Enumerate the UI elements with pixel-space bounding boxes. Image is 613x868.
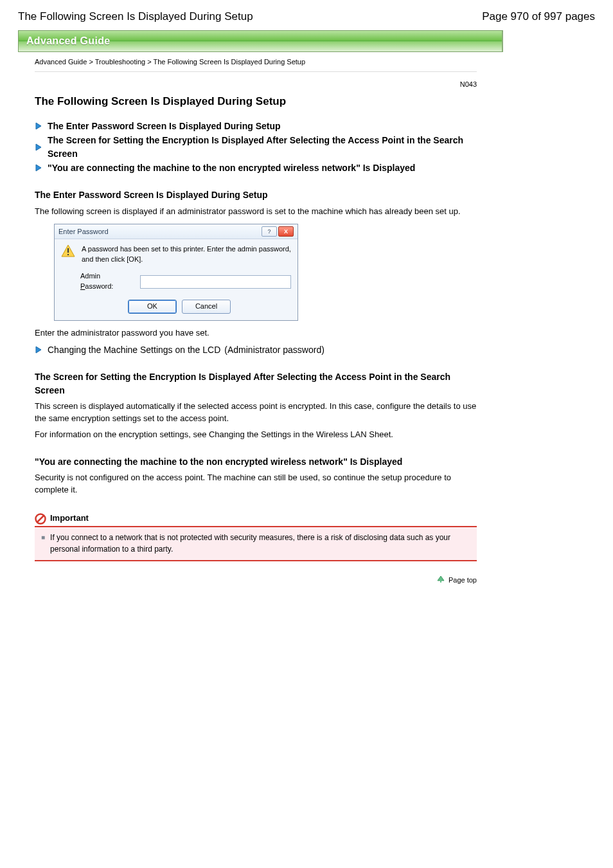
enter-password-dialog: Enter Password ? X A password has been s… — [54, 224, 298, 321]
guide-banner: Advanced Guide — [18, 30, 503, 52]
important-label: Important — [50, 512, 89, 525]
warning-icon — [61, 244, 75, 257]
svg-rect-7 — [67, 248, 69, 253]
password-label: Admin Password: — [80, 271, 135, 292]
arrow-right-icon — [35, 143, 44, 152]
dialog-close-button[interactable]: X — [278, 226, 294, 237]
svg-marker-0 — [36, 123, 41, 129]
section-body-encryption-2: For information on the encryption settin… — [35, 429, 477, 441]
arrow-right-icon — [35, 345, 44, 354]
after-dialog-text: Enter the administrator password you hav… — [35, 327, 477, 339]
page-title: The Following Screen Is Displayed During… — [35, 94, 477, 110]
link-suffix: (Administrator password) — [224, 343, 324, 356]
page-top-link[interactable]: Page top — [35, 575, 477, 586]
arrow-up-icon — [437, 575, 445, 583]
dialog-help-button[interactable]: ? — [262, 226, 277, 237]
toc-link-3[interactable]: "You are connecting the machine to the n… — [48, 161, 415, 174]
dialog-title: Enter Password — [58, 227, 109, 237]
section-body-encryption-1: This screen is displayed automatically i… — [35, 401, 477, 425]
doc-id: N043 — [35, 80, 477, 90]
section-heading-password: The Enter Password Screen Is Displayed D… — [35, 188, 477, 201]
arrow-right-icon — [35, 122, 44, 131]
svg-marker-9 — [36, 347, 41, 353]
section-body-nonencrypted: Security is not configured on the access… — [35, 472, 477, 496]
toc-link-1[interactable]: The Enter Password Screen Is Displayed D… — [48, 120, 281, 132]
dialog-message: A password has been set to this printer.… — [82, 244, 291, 265]
important-body: ■ If you connect to a network that is no… — [35, 527, 477, 561]
page-counter: Page 970 of 997 pages — [482, 9, 595, 25]
svg-marker-2 — [36, 144, 41, 150]
svg-marker-4 — [36, 165, 41, 171]
svg-marker-13 — [438, 576, 444, 581]
link-change-settings[interactable]: Changing the Machine Settings on the LCD — [48, 343, 220, 356]
page-title-left: The Following Screen Is Displayed During… — [18, 9, 253, 25]
page-top-label: Page top — [449, 575, 477, 586]
important-text: If you connect to a network that is not … — [50, 532, 470, 555]
arrow-right-icon — [35, 163, 44, 172]
toc-link-2[interactable]: The Screen for Setting the Encryption Is… — [48, 134, 477, 160]
section-heading-encryption: The Screen for Setting the Encryption Is… — [35, 370, 477, 397]
prohibit-icon — [35, 513, 46, 525]
ok-button[interactable]: OK — [128, 300, 177, 314]
svg-rect-14 — [440, 580, 441, 583]
important-header: Important — [35, 512, 477, 527]
section-heading-nonencrypted: "You are connecting the machine to the n… — [35, 455, 477, 468]
svg-rect-8 — [67, 254, 69, 255]
cancel-button[interactable]: Cancel — [182, 300, 231, 314]
section-lead-password: The following screen is displayed if an … — [35, 206, 477, 218]
breadcrumb: Advanced Guide > Troubleshooting > The F… — [35, 57, 477, 68]
svg-line-12 — [37, 516, 44, 522]
bullet-icon: ■ — [41, 532, 45, 555]
divider — [35, 71, 477, 72]
admin-password-input[interactable] — [140, 275, 291, 289]
